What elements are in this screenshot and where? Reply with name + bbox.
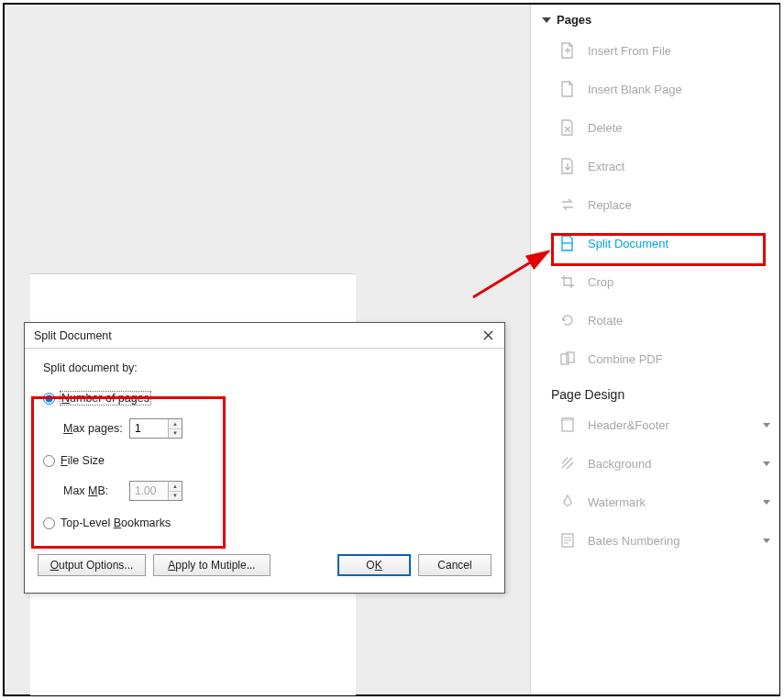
menu-label: Split Document <box>562 237 668 250</box>
chevron-down-icon <box>763 539 770 543</box>
cancel-button[interactable]: Cancel <box>418 554 491 576</box>
radio-row-pages[interactable]: Number of pages <box>43 387 491 409</box>
page-blank-icon <box>558 80 577 98</box>
dialog-body: Split document by: Number of pages Max p… <box>25 349 504 549</box>
chevron-down-icon <box>763 500 770 505</box>
menu-combine[interactable]: Combine PDF <box>531 339 779 378</box>
menu-crop[interactable]: Crop <box>531 262 779 301</box>
menu-insert-from-file[interactable]: Insert From File <box>531 31 779 70</box>
spinner-down: ▼ <box>169 492 182 501</box>
radio-row-size[interactable]: File Size <box>43 450 491 472</box>
page-delete-icon <box>558 118 577 137</box>
rotate-icon <box>558 311 577 329</box>
section-header-design[interactable]: Page Design <box>531 378 779 406</box>
chevron-down-icon <box>763 423 770 428</box>
radio-file-size[interactable] <box>43 455 55 467</box>
collapse-icon <box>542 17 551 23</box>
section-header-pages[interactable]: Pages <box>531 5 779 31</box>
menu-split-document[interactable]: Split Document <box>531 224 779 262</box>
menu-background[interactable]: Background <box>531 444 779 483</box>
chevron-down-icon <box>763 461 770 466</box>
max-mb-label: Max MB: <box>63 484 129 497</box>
ok-button[interactable]: OK <box>337 554 411 576</box>
menu-rotate[interactable]: Rotate <box>531 301 779 339</box>
crop-icon <box>558 272 577 291</box>
split-by-label: Split document by: <box>43 361 491 374</box>
section-title: Page Design <box>551 387 624 402</box>
spinner-up: ▲ <box>169 482 182 492</box>
menu-label: Bates Numbering <box>562 534 679 548</box>
menu-watermark[interactable]: Watermark <box>531 483 779 521</box>
max-mb-input <box>130 482 168 500</box>
apply-multiple-button[interactable]: Apply to Mutiple... <box>153 554 271 576</box>
menu-label: Combine PDF <box>562 352 663 366</box>
watermark-icon <box>558 493 577 511</box>
dialog-buttons: Output Options... Apply to Mutiple... OK… <box>25 549 504 587</box>
max-pages-spinner[interactable]: ▲ ▼ <box>129 418 182 439</box>
output-options-button[interactable]: Output Options... <box>38 554 146 576</box>
spinner-down[interactable]: ▼ <box>169 429 182 439</box>
background-icon <box>558 454 577 472</box>
max-mb-row: Max MB: ▲ ▼ <box>43 477 491 505</box>
radio-label: File Size <box>61 454 105 467</box>
menu-label: Header&Footer <box>562 418 669 432</box>
header-footer-icon <box>558 416 577 434</box>
max-pages-label: Max pages: <box>63 422 129 435</box>
menu-replace[interactable]: Replace <box>531 185 779 224</box>
menu-label: Insert Blank Page <box>562 83 682 96</box>
max-pages-row: Max pages: ▲ ▼ <box>43 415 491 442</box>
page-insert-icon <box>558 41 577 60</box>
radio-label: Number of pages <box>61 392 150 405</box>
menu-header-footer[interactable]: Header&Footer <box>531 406 779 444</box>
radio-row-bookmarks[interactable]: Top-Level Bookmarks <box>43 512 491 534</box>
menu-bates[interactable]: Bates Numbering <box>531 521 779 560</box>
spinner-up[interactable]: ▲ <box>169 419 182 429</box>
radio-label: Top-Level Bookmarks <box>61 517 171 529</box>
radio-number-of-pages[interactable] <box>43 393 55 405</box>
dialog-titlebar: Split Document <box>25 323 504 349</box>
max-mb-spinner: ▲ ▼ <box>129 481 182 501</box>
page-extract-icon <box>558 157 577 175</box>
svg-rect-3 <box>562 418 573 421</box>
section-title: Pages <box>557 13 591 27</box>
replace-icon <box>558 195 577 214</box>
dialog-title: Split Document <box>34 329 112 342</box>
combine-icon <box>558 350 577 368</box>
menu-label: Insert From File <box>562 44 671 58</box>
menu-insert-blank[interactable]: Insert Blank Page <box>531 70 779 108</box>
close-icon <box>483 330 493 340</box>
split-icon <box>558 234 577 252</box>
bates-icon <box>558 531 577 550</box>
radio-bookmarks[interactable] <box>43 517 55 529</box>
max-pages-input[interactable] <box>130 419 168 438</box>
menu-extract[interactable]: Extract <box>531 147 779 185</box>
split-document-dialog: Split Document Split document by: Number… <box>24 322 505 594</box>
menu-delete[interactable]: Delete <box>531 108 779 147</box>
right-panel: Pages Insert From File Insert Blank Page… <box>530 5 779 694</box>
close-button[interactable] <box>477 327 499 345</box>
